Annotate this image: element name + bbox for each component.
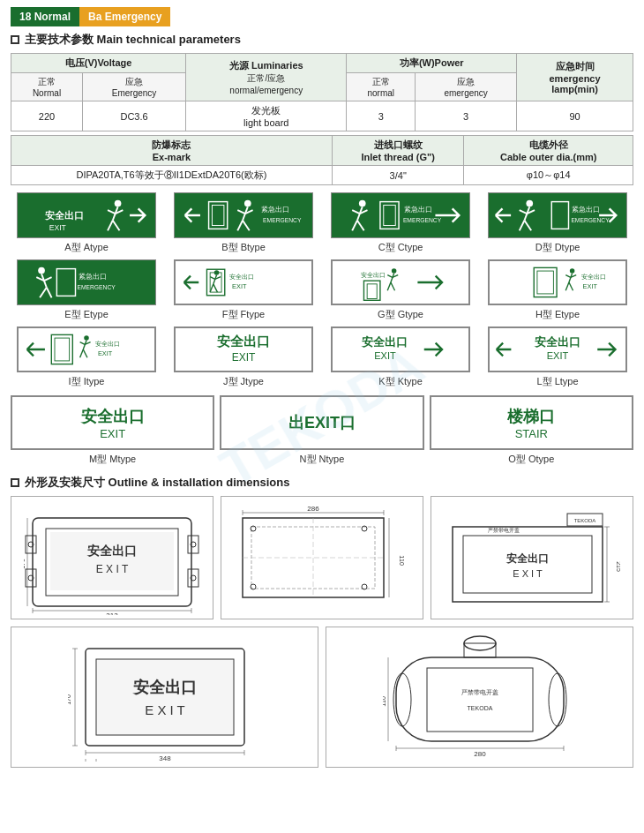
dimensions-bottom-grid: 安全出口 E X I T 348 170 128 [11,627,633,768]
sign-M-en: EXIT [100,427,125,440]
sign-item-B: 紧急出口 EMERGENCY B型 Btype [168,192,319,254]
svg-text:280: 280 [474,750,486,758]
svg-text:安全出口: 安全出口 [361,335,408,349]
svg-text:EXIT: EXIT [583,282,598,290]
sign-item-H: 安全出口 EXIT H型 Etype [482,259,633,321]
svg-point-66 [392,268,397,274]
svg-point-54 [214,270,220,275]
svg-text:EMERGENCY: EMERGENCY [403,217,442,223]
sign-box-F: 安全出口 EXIT [174,259,313,305]
sign-label-L: L型 Ltype [536,375,578,388]
svg-rect-113 [50,532,174,590]
sign-label-G: G型 Gtype [378,308,423,321]
svg-text:安全出口: 安全出口 [581,273,606,281]
col-emergency-label: 应急Emergency [83,73,186,101]
sign-box-H: 安全出口 EXIT [488,259,627,305]
normal-badge: 18 Normal [11,7,79,26]
col-voltage-header: 电压(V)Voltage [11,54,186,73]
params-table2: 防爆标志Ex-mark 进线口螺纹Inlet thread (G") 电缆外径C… [11,135,633,185]
col-luminaries-header: 光源 Luminaries正常/应急normal/emergency [186,54,347,101]
section2-title: 外形及安装尺寸 Outline & installation dimension… [11,475,633,491]
svg-text:安全出口: 安全出口 [534,335,580,349]
svg-text:286: 286 [307,505,319,513]
sign-box-A: 安全出口 EXIT [17,192,156,238]
svg-text:TEKODA: TEKODA [467,705,492,711]
sign-O-cn: 楼梯口 [507,406,555,427]
header-badges: 18 Normal Ba Emergency [11,7,633,26]
sign-item-G: 安全出口 G型 Gtype [325,259,476,321]
sign-item-A: 安全出口 EXIT A型 Atype [11,192,162,254]
svg-text:紧急出口: 紧急出口 [79,273,107,281]
sign-box-D: 紧急出口 EMERGENCY [488,192,627,238]
dimensions-top-grid: 安全出口 E X I T 312 170 [11,496,633,619]
svg-text:严禁带电开盖: 严禁带电开盖 [488,527,520,533]
svg-rect-72 [493,261,622,304]
col-inlet-header: 进线口螺纹Inlet thread (G") [332,136,464,166]
svg-point-3 [115,200,122,207]
section1-title: 主要技术参数 Main technical parameters [11,32,633,48]
svg-text:紧急出口: 紧急出口 [261,206,289,214]
svg-text:EMERGENCY: EMERGENCY [77,284,116,290]
sign-item-L: 安全出口 EXIT L型 Ltype [482,326,633,388]
sign-item-M: 安全出口 EXIT M型 Mtype [11,395,214,466]
svg-point-42 [38,267,45,274]
svg-text:EXIT: EXIT [547,350,569,361]
svg-text:E X I T: E X I T [96,563,129,575]
svg-text:EXIT: EXIT [98,349,113,357]
val-voltage-emergency: DC3.6 [83,101,186,131]
svg-text:TEKODA: TEKODA [574,518,596,523]
svg-text:安全出口: 安全出口 [216,334,270,349]
col-power-normal-label: 正常normal [347,73,416,101]
svg-point-21 [359,200,366,207]
sign-label-D: D型 Dtype [535,241,580,254]
svg-text:E X I T: E X I T [145,702,185,717]
svg-text:紧急出口: 紧急出口 [404,206,432,214]
sign-label-M: M型 Mtype [89,453,136,466]
sign-item-F: 安全出口 EXIT F型 Ftype [168,259,319,321]
sign-label-E: E型 Etype [64,308,109,321]
col-power-header: 功率(W)Power [347,54,517,73]
sign-box-B: 紧急出口 EMERGENCY [174,192,313,238]
val-exmark: DIPA20TA,T6等效于⑧II1DExtDA20T6(欧标) [11,166,333,185]
sign-label-F: F型 Ftype [222,308,265,321]
svg-text:EXIT: EXIT [374,350,396,361]
svg-text:安全出口: 安全出口 [505,552,549,565]
svg-text:110: 110 [399,555,405,566]
svg-point-86 [84,335,89,341]
svg-text:安全出口: 安全出口 [95,340,120,348]
svg-text:EMERGENCY: EMERGENCY [263,217,302,223]
svg-text:312: 312 [106,612,118,615]
svg-text:安全出口: 安全出口 [86,544,137,558]
svg-rect-109 [188,536,198,553]
sign-item-C: 紧急出口 EMERGENCY C型 Ctype [325,192,476,254]
section2-icon [11,478,19,487]
sign-O-en: STAIR [515,427,548,440]
svg-text:EXIT: EXIT [232,282,247,290]
sign-M-cn: 安全出口 [81,406,145,427]
sign-box-I: 安全出口 EXIT [17,326,156,372]
dim-box-1: 安全出口 E X I T 312 170 [11,496,213,619]
col-normal-label: 正常Normal [11,73,83,101]
svg-point-12 [244,200,251,207]
sign-N-cn: 出EXIT口 [288,412,356,433]
svg-rect-111 [188,569,198,587]
svg-rect-41 [19,260,154,304]
dim-box-2: 286 110 [221,496,423,619]
sign-item-O: 楼梯口 STAIR O型 Otype [430,395,633,466]
dim-box-bottom-2: 严禁带电开盖 TEKODA 280 110 [326,627,633,768]
svg-rect-165 [427,668,533,732]
dimensions-section: 安全出口 E X I T 312 170 [11,496,633,768]
val-power-normal: 3 [347,101,416,131]
svg-text:E X I T: E X I T [513,568,543,579]
signs-grid: 安全出口 EXIT A型 Atype [11,192,633,388]
params-table1: 电压(V)Voltage 光源 Luminaries正常/应急normal/em… [11,53,633,131]
sign-box-C: 紧急出口 EMERGENCY [331,192,470,238]
svg-text:170: 170 [24,559,26,569]
sign-box-O: 楼梯口 STAIR [430,395,633,450]
sign-box-M: 安全出口 EXIT [11,395,214,450]
col-cable-header: 电缆外径Cable outer dia.(mm) [464,136,633,166]
dim-box-3: TEKODA 安全出口 E X I T 严禁带电开盖 215 [431,496,633,619]
sign-label-J: J型 Jtype [223,375,264,388]
svg-text:170: 170 [68,694,71,705]
svg-text:EXIT: EXIT [232,351,256,364]
